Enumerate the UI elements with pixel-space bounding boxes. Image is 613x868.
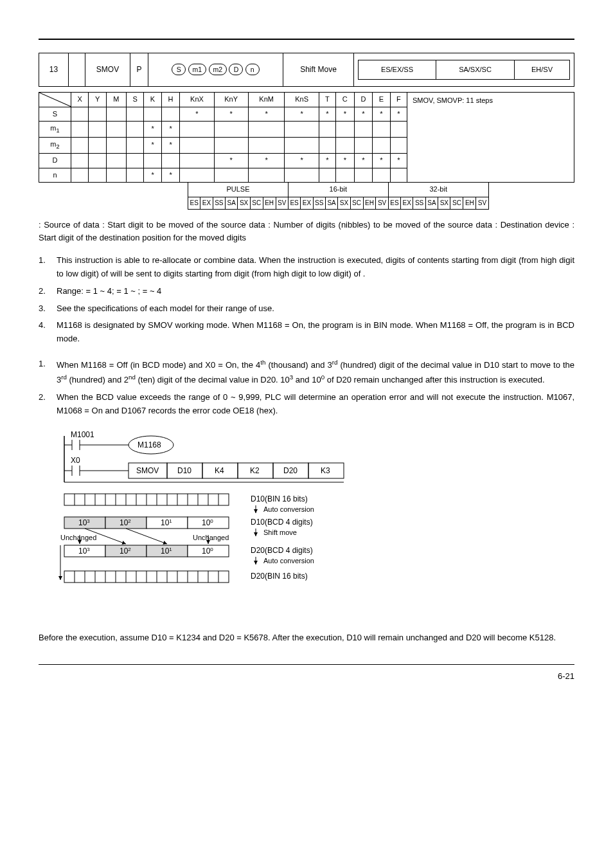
col-T: T — [319, 93, 335, 107]
pill-n: n — [245, 64, 260, 75]
col-KnX: KnX — [180, 93, 214, 107]
col-X: X — [71, 93, 89, 107]
function-name: Shift Move — [283, 53, 354, 87]
ctrl-1: SA/SX/SC — [436, 60, 514, 80]
svg-text:D20(BCD 4 digits): D20(BCD 4 digits) — [251, 546, 313, 555]
steps-cell: SMOV, SMOVP: 11 steps — [407, 93, 574, 183]
svg-text:SMOV: SMOV — [136, 466, 159, 475]
col-E: E — [373, 93, 390, 107]
mnemonic: SMOV — [85, 53, 130, 87]
pill-d: D — [229, 64, 243, 75]
operand-pills: S m1 m2 D n — [148, 53, 283, 87]
lbl-m1001: M1001 — [71, 430, 94, 439]
svg-text:D20(BIN 16 bits): D20(BIN 16 bits) — [251, 572, 308, 581]
svg-text:Unchanged: Unchanged — [193, 534, 229, 541]
controllers-cell: ES/EX/SS SA/SX/SC EH/SV — [354, 53, 574, 87]
page-number: 6-21 — [39, 670, 574, 683]
instr-boxes: SMOV D10 K4 K2 D20 K3 — [129, 463, 344, 478]
after-execution-text: Before the execution, assume D10 = K1234… — [39, 631, 574, 645]
col-M: M — [106, 93, 126, 107]
mode-table: PULSE 16-bit 32-bit ESEXSSSASXSCEHSV ESE… — [188, 182, 489, 210]
pill-s: S — [172, 64, 186, 75]
col-K: K — [144, 93, 161, 107]
col-C: C — [335, 93, 354, 107]
api-num: 13 — [39, 53, 69, 87]
svg-text:D20: D20 — [283, 466, 298, 475]
exp-3: See the specifications of each model for… — [57, 302, 574, 316]
mode-32bit: 32-bit — [388, 183, 488, 197]
pill-m1: m1 — [188, 64, 207, 75]
svg-text:D10: D10 — [177, 466, 191, 475]
svg-text:Auto conversion: Auto conversion — [263, 557, 314, 565]
mode-16bit: 16-bit — [288, 183, 388, 197]
col-H: H — [161, 93, 180, 107]
col-KnY: KnY — [214, 93, 248, 107]
svg-text:Shift move: Shift move — [263, 529, 297, 536]
p-flag: P — [130, 53, 148, 87]
col-KnM: KnM — [248, 93, 285, 107]
ctrl-0: ES/EX/SS — [359, 60, 436, 80]
col-D: D — [354, 93, 373, 107]
explanations-list: 1.This instruction is able to re-allocat… — [39, 254, 574, 346]
col-KnS: KnS — [285, 93, 319, 107]
operands-description: : Source of data : Start digit to be mov… — [39, 219, 574, 246]
svg-text:K2: K2 — [250, 466, 260, 475]
mode-pulse: PULSE — [188, 183, 289, 197]
ladder-diagram: M1001 M1168 X0 SMOV D10 K4 K2 D20 K3 — [58, 429, 574, 622]
svg-text:Auto conversion: Auto conversion — [263, 505, 314, 513]
diag-cell — [39, 93, 71, 107]
pill-m2: m2 — [209, 64, 227, 75]
exp-4: M1168 is designated by SMOV working mode… — [57, 319, 574, 346]
svg-text:K4: K4 — [215, 466, 224, 475]
svg-line-75 — [126, 529, 167, 544]
api-header-table: 13 SMOV P S m1 m2 D n Shift Move ES/EX/S… — [39, 53, 574, 87]
lbl-x0: X0 — [71, 456, 80, 465]
exp-1: This instruction is able to re-allocate … — [57, 254, 574, 281]
col-Y: Y — [89, 93, 106, 107]
col-S: S — [126, 93, 143, 107]
operand-table: X Y M S K H KnX KnY KnM KnS T C D E F SM… — [39, 92, 574, 183]
flow-left: 103 102 101 100 Unchanged Unchanged 103 … — [60, 494, 229, 583]
flow-right: D10(BIN 16 bits) Auto conversion D10(BCD… — [251, 494, 314, 581]
ctrl-2: EH/SV — [515, 60, 570, 80]
svg-text:Unchanged: Unchanged — [60, 534, 96, 541]
examples-list: 1.When M1168 = Off (in BCD mode) and X0 … — [39, 357, 574, 418]
col-F: F — [390, 93, 407, 107]
example-1: When M1168 = Off (in BCD mode) and X0 = … — [57, 357, 574, 387]
svg-text:D10(BIN 16 bits): D10(BIN 16 bits) — [251, 494, 308, 503]
example-2: When the BCD value exceeds the range of … — [57, 391, 574, 418]
svg-text:D10(BCD 4 digits): D10(BCD 4 digits) — [251, 518, 313, 527]
api-blank — [69, 53, 85, 87]
lbl-m1168: M1168 — [138, 440, 161, 449]
svg-line-0 — [39, 93, 71, 107]
exp-2: Range: = 1 ~ 4; = 1 ~ ; = ~ 4 — [57, 285, 574, 298]
svg-text:K3: K3 — [321, 466, 330, 475]
